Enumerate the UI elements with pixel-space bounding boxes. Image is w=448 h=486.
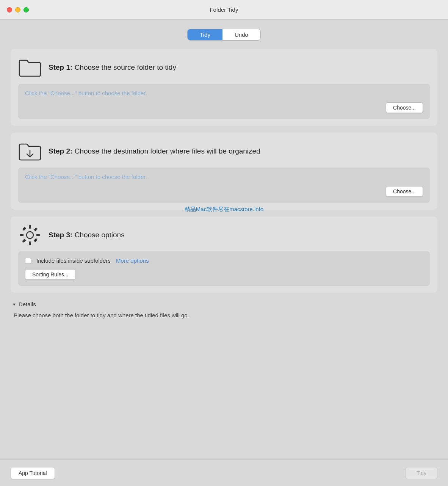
- traffic-lights: [7, 7, 29, 13]
- close-button[interactable]: [7, 7, 12, 13]
- step1-choose-button[interactable]: Choose...: [386, 102, 423, 113]
- segmented-control: Tidy Undo: [187, 29, 261, 41]
- svg-rect-3: [29, 241, 31, 245]
- step1-card: Step 1: Choose the source folder to tidy…: [11, 49, 437, 126]
- step3-body: Include files inside subfolders More opt…: [18, 251, 430, 286]
- folder-download-icon: [18, 140, 42, 163]
- title-bar: Folder Tidy: [0, 0, 448, 20]
- step1-body: Click the "Choose..." button to choose t…: [18, 84, 430, 119]
- svg-rect-9: [34, 238, 38, 242]
- svg-rect-8: [22, 227, 27, 231]
- step2-header: Step 2: Choose the destination folder wh…: [18, 140, 430, 163]
- svg-rect-5: [36, 234, 40, 236]
- details-header[interactable]: ▼ Details: [12, 301, 436, 307]
- details-section: ▼ Details Please choose both the folder …: [11, 301, 437, 320]
- maximize-button[interactable]: [23, 7, 29, 13]
- step1-title: Step 1: Choose the source folder to tidy: [49, 63, 176, 72]
- folder-icon: [18, 56, 42, 79]
- gear-icon: [18, 223, 42, 247]
- step2-title: Step 2: Choose the destination folder wh…: [49, 147, 260, 155]
- step1-hint: Click the "Choose..." button to choose t…: [25, 90, 423, 96]
- segmented-control-container: Tidy Undo: [11, 29, 437, 41]
- step3-header: Step 3: Choose options: [18, 223, 430, 247]
- step2-body: Click the "Choose..." button to choose t…: [18, 168, 430, 203]
- tidy-button: Tidy: [406, 467, 437, 479]
- options-row: Include files inside subfolders More opt…: [25, 257, 423, 264]
- details-triangle-icon: ▼: [12, 302, 16, 307]
- main-content: Tidy Undo Step 1: Choose the source fold…: [0, 20, 448, 459]
- details-header-label: Details: [19, 301, 36, 307]
- step3-card: 精品Mac软件尽在macstore.info: [11, 216, 437, 293]
- svg-rect-2: [29, 225, 31, 229]
- window-title: Folder Tidy: [210, 6, 238, 13]
- step3-title: Step 3: Choose options: [49, 231, 125, 239]
- svg-rect-4: [20, 234, 23, 236]
- bottom-bar: App Tutorial Tidy: [0, 459, 448, 486]
- include-subfolders-label: Include files inside subfolders: [36, 257, 111, 264]
- sorting-rules-button[interactable]: Sorting Rules...: [25, 269, 76, 280]
- more-options-link[interactable]: More options: [116, 257, 149, 264]
- undo-tab[interactable]: Undo: [222, 29, 260, 40]
- step1-header: Step 1: Choose the source folder to tidy: [18, 56, 430, 79]
- include-subfolders-checkbox[interactable]: [25, 258, 31, 264]
- svg-point-1: [27, 232, 33, 238]
- app-tutorial-button[interactable]: App Tutorial: [11, 467, 55, 479]
- step2-hint: Click the "Choose..." button to choose t…: [25, 174, 423, 180]
- details-text: Please choose both the folder to tidy an…: [12, 311, 436, 320]
- svg-rect-6: [34, 227, 38, 232]
- minimize-button[interactable]: [15, 7, 20, 13]
- svg-rect-7: [22, 239, 26, 243]
- step2-card: Step 2: Choose the destination folder wh…: [11, 133, 437, 210]
- tidy-tab[interactable]: Tidy: [188, 29, 222, 40]
- step2-choose-button[interactable]: Choose...: [386, 186, 423, 197]
